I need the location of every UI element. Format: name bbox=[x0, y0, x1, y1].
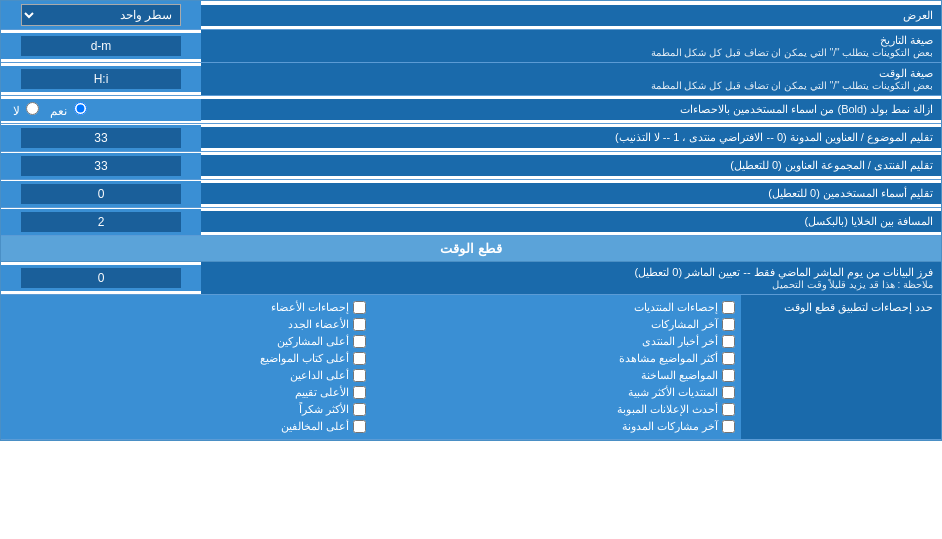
cb-member-stats-label: إحصاءات الأعضاء bbox=[271, 301, 349, 314]
list-item: أعلى المخالفين bbox=[7, 420, 366, 433]
cb-most-thanked-label: الأكثر شكراً bbox=[299, 403, 349, 416]
date-format-row: صيغة التاريخ بعض التكوينات يتطلب "/" الت… bbox=[1, 30, 941, 63]
cell-spacing-input-area bbox=[1, 209, 201, 235]
date-format-label: صيغة التاريخ بعض التكوينات يتطلب "/" الت… bbox=[201, 30, 941, 62]
cutoff-section-header: قطع الوقت bbox=[1, 236, 941, 262]
checkboxes-col1: إحصاءات المنتديات آخر المشاركات أخر أخبا… bbox=[376, 301, 735, 433]
cb-classified-ads-label: أحدث الإعلانات المبوبة bbox=[617, 403, 718, 416]
cb-top-posters[interactable] bbox=[353, 335, 366, 348]
time-format-row: صيغة الوقت بعض التكوينات يتطلب "/" التي … bbox=[1, 63, 941, 96]
list-item: الأعلى تقييم bbox=[7, 386, 366, 399]
cb-forum-news-label: أخر أخبار المنتدى bbox=[642, 335, 718, 348]
topic-trim-input[interactable] bbox=[21, 128, 181, 148]
display-row: العرض سطر واحد سطرين ثلاثة أسطر bbox=[1, 1, 941, 30]
forum-trim-row: تقليم الفنتدى / المجموعة العناوين (0 للت… bbox=[1, 152, 941, 180]
list-item: أعلى المشاركين bbox=[7, 335, 366, 348]
time-format-label: صيغة الوقت بعض التكوينات يتطلب "/" التي … bbox=[201, 63, 941, 95]
forum-trim-input-area bbox=[1, 153, 201, 179]
cb-top-inviters[interactable] bbox=[353, 369, 366, 382]
time-format-title: صيغة الوقت bbox=[209, 67, 933, 80]
cb-most-viewed[interactable] bbox=[722, 352, 735, 365]
bold-yes-text: نعم bbox=[50, 104, 67, 118]
cb-blog-posts[interactable] bbox=[722, 420, 735, 433]
cell-spacing-row: المسافة بين الخلايا (بالبكسل) bbox=[1, 208, 941, 236]
cb-forum-stats[interactable] bbox=[722, 301, 735, 314]
bold-yes-label: نعم bbox=[50, 102, 89, 118]
cutoff-row-label: فرز البيانات من يوم الماشر الماضي فقط --… bbox=[201, 262, 941, 294]
cutoff-row-text2: ملاحظة : هذا قد يزيد قليلاً وقت التحميل bbox=[209, 279, 933, 290]
date-format-input[interactable] bbox=[21, 36, 181, 56]
cutoff-input[interactable] bbox=[21, 268, 181, 288]
time-format-input-area bbox=[1, 66, 201, 92]
topic-trim-row: تقليم الموضوع / العناوين المدونة (0 -- ا… bbox=[1, 124, 941, 152]
cb-top-topic-writers[interactable] bbox=[353, 352, 366, 365]
list-item: آخر المشاركات bbox=[376, 318, 735, 331]
list-item: أحدث الإعلانات المبوبة bbox=[376, 403, 735, 416]
bold-label: ازالة نمط بولد (Bold) من اسماء المستخدمي… bbox=[201, 99, 941, 120]
topic-trim-input-area bbox=[1, 125, 201, 151]
bold-no-text: لا bbox=[13, 104, 20, 118]
cb-top-topic-writers-label: أعلى كتاب المواضيع bbox=[260, 352, 349, 365]
cb-most-viewed-label: أكثر المواضيع مشاهدة bbox=[619, 352, 718, 365]
cb-forum-stats-label: إحصاءات المنتديات bbox=[634, 301, 718, 314]
forum-trim-label: تقليم الفنتدى / المجموعة العناوين (0 للت… bbox=[201, 155, 941, 176]
display-dropdown-area: سطر واحد سطرين ثلاثة أسطر bbox=[1, 1, 201, 29]
list-item: الأعضاء الجدد bbox=[7, 318, 366, 331]
cutoff-row-text1: فرز البيانات من يوم الماشر الماضي فقط --… bbox=[209, 266, 933, 279]
cb-top-violators[interactable] bbox=[353, 420, 366, 433]
checkboxes-col2: إحصاءات الأعضاء الأعضاء الجدد أعلى المشا… bbox=[7, 301, 366, 433]
display-select[interactable]: سطر واحد سطرين ثلاثة أسطر bbox=[21, 4, 181, 26]
bold-row: ازالة نمط بولد (Bold) من اسماء المستخدمي… bbox=[1, 96, 941, 124]
cb-similar-forums-label: المنتديات الأكثر شبية bbox=[628, 386, 718, 399]
cb-hot-topics[interactable] bbox=[722, 369, 735, 382]
list-item: أخر أخبار المنتدى bbox=[376, 335, 735, 348]
time-format-input[interactable] bbox=[21, 69, 181, 89]
cutoff-input-area bbox=[1, 265, 201, 291]
bold-radio-area: نعم لا bbox=[1, 99, 201, 121]
cb-last-posts[interactable] bbox=[722, 318, 735, 331]
list-item: الأكثر شكراً bbox=[7, 403, 366, 416]
main-container: العرض سطر واحد سطرين ثلاثة أسطر صيغة الت… bbox=[0, 0, 942, 441]
cutoff-row: فرز البيانات من يوم الماشر الماضي فقط --… bbox=[1, 262, 941, 295]
users-trim-label: تقليم أسماء المستخدمين (0 للتعطيل) bbox=[201, 183, 941, 204]
cb-similar-forums[interactable] bbox=[722, 386, 735, 399]
list-item: أعلى كتاب المواضيع bbox=[7, 352, 366, 365]
bold-yes-radio[interactable] bbox=[74, 102, 87, 115]
bold-no-radio[interactable] bbox=[26, 102, 39, 115]
cb-top-violators-label: أعلى المخالفين bbox=[281, 420, 349, 433]
cb-forum-news[interactable] bbox=[722, 335, 735, 348]
cb-top-inviters-label: أعلى الداعين bbox=[290, 369, 349, 382]
cb-top-rated[interactable] bbox=[353, 386, 366, 399]
display-label: العرض bbox=[201, 5, 941, 26]
list-item: المنتديات الأكثر شبية bbox=[376, 386, 735, 399]
cb-member-stats[interactable] bbox=[353, 301, 366, 314]
checkboxes-area: إحصاءات المنتديات آخر المشاركات أخر أخبا… bbox=[1, 295, 741, 439]
users-trim-input-area bbox=[1, 181, 201, 207]
checkboxes-section-label: حدد إحصاءات لتطبيق قطع الوقت bbox=[741, 295, 941, 439]
cb-new-members[interactable] bbox=[353, 318, 366, 331]
users-trim-input[interactable] bbox=[21, 184, 181, 204]
cell-spacing-label: المسافة بين الخلايا (بالبكسل) bbox=[201, 211, 941, 232]
date-format-title: صيغة التاريخ bbox=[209, 34, 933, 47]
topic-trim-label: تقليم الموضوع / العناوين المدونة (0 -- ا… bbox=[201, 127, 941, 148]
cb-top-rated-label: الأعلى تقييم bbox=[295, 386, 349, 399]
cb-top-posters-label: أعلى المشاركين bbox=[277, 335, 349, 348]
list-item: إحصاءات الأعضاء bbox=[7, 301, 366, 314]
forum-trim-input[interactable] bbox=[21, 156, 181, 176]
list-item: أكثر المواضيع مشاهدة bbox=[376, 352, 735, 365]
date-format-sub: بعض التكوينات يتطلب "/" التي يمكن ان تضا… bbox=[209, 47, 933, 58]
cell-spacing-input[interactable] bbox=[21, 212, 181, 232]
time-format-sub: بعض التكوينات يتطلب "/" التي يمكن ان تضا… bbox=[209, 80, 933, 91]
cb-hot-topics-label: المواضيع الساخنة bbox=[641, 369, 718, 382]
bold-no-label: لا bbox=[13, 102, 42, 118]
list-item: المواضيع الساخنة bbox=[376, 369, 735, 382]
list-item: أعلى الداعين bbox=[7, 369, 366, 382]
cb-blog-posts-label: آخر مشاركات المدونة bbox=[622, 420, 718, 433]
cb-most-thanked[interactable] bbox=[353, 403, 366, 416]
cb-new-members-label: الأعضاء الجدد bbox=[288, 318, 349, 331]
list-item: إحصاءات المنتديات bbox=[376, 301, 735, 314]
cb-classified-ads[interactable] bbox=[722, 403, 735, 416]
date-format-input-area bbox=[1, 33, 201, 59]
list-item: آخر مشاركات المدونة bbox=[376, 420, 735, 433]
cb-last-posts-label: آخر المشاركات bbox=[651, 318, 718, 331]
